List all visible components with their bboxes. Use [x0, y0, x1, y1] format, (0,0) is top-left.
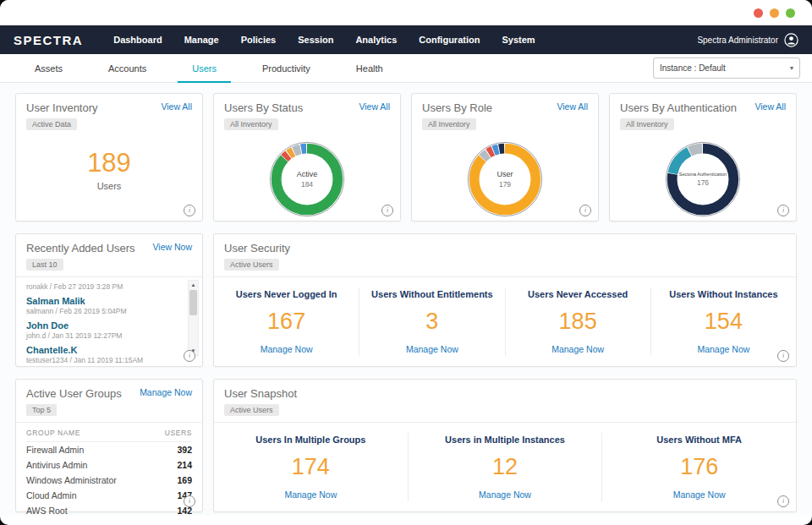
users-by-role-card: Users By Role All Inventory View All Use… [411, 93, 599, 221]
users-by-authentication-card: Users By Authentication All Inventory Vi… [609, 93, 797, 221]
column-group-name: GROUP NAME [26, 429, 80, 437]
stat-value: 185 [511, 309, 645, 335]
instance-dropdown[interactable]: Instance : Default ▾ [653, 57, 800, 79]
tab-productivity[interactable]: Productivity [239, 54, 333, 82]
active-user-groups-card: Active User Groups Top 5 Manage Now GROU… [15, 379, 203, 512]
column-users: USERS [165, 429, 192, 437]
card-badge: All Inventory [620, 118, 674, 130]
window-control-minimize[interactable] [770, 8, 779, 18]
nav-item-manage[interactable]: Manage [184, 35, 219, 45]
stat-label: Users in Multiple Instances [414, 435, 597, 445]
tab-health[interactable]: Health [333, 54, 406, 82]
tab-assets[interactable]: Assets [12, 54, 85, 82]
info-icon[interactable]: i [381, 205, 393, 216]
stat-label: Users Never Accessed [511, 289, 645, 299]
info-icon[interactable]: i [777, 205, 789, 216]
tab-accounts[interactable]: Accounts [85, 54, 169, 82]
info-icon[interactable]: i [184, 205, 195, 216]
scrollbar[interactable]: ▲ ▼ [188, 280, 199, 356]
card-badge: Active Users [224, 404, 279, 416]
info-icon[interactable]: i [184, 495, 195, 507]
table-row: AWS Root 142 [26, 503, 192, 518]
manage-now-link[interactable]: Manage Now [219, 344, 354, 354]
view-now-link[interactable]: View Now [153, 242, 193, 252]
middle-row: Recently Added Users Last 10 View Now ro… [15, 233, 797, 367]
chevron-down-icon: ▾ [790, 64, 793, 72]
user-meta: ronakk / Feb 27 2019 3:28 PM [26, 282, 184, 291]
card-title: Users By Role [422, 101, 492, 114]
view-all-link[interactable]: View All [359, 101, 390, 112]
groups-table: GROUP NAME USERS Firewall Admin 392 Anti… [16, 423, 202, 518]
window-control-close[interactable] [754, 8, 763, 18]
manage-now-link[interactable]: Manage Now [414, 489, 597, 500]
nav-item-policies[interactable]: Policies [241, 35, 277, 45]
user-inventory-card: User Inventory Active Data View All 189 … [15, 93, 203, 221]
stat-label: Users Without MFA [607, 435, 791, 445]
recent-users-list: ronakk / Feb 27 2019 3:28 PM Salman Mali… [16, 277, 202, 368]
info-icon[interactable]: i [184, 350, 195, 362]
donut-chart [265, 137, 349, 221]
manage-now-link[interactable]: Manage Now [365, 344, 499, 354]
scrollbar-thumb[interactable] [189, 290, 197, 315]
card-title: Users By Authentication [620, 101, 737, 114]
view-all-link[interactable]: View All [754, 101, 786, 112]
card-badge: Top 5 [26, 404, 57, 416]
list-item: John Doe john.d / Jan 31 2019 12:27PM [26, 320, 184, 340]
list-item: Salman Malik salmann / Feb 26 2019 5:04P… [26, 296, 184, 315]
stat-value: 3 [365, 309, 499, 335]
user-security-card: User Security Active Users Users Never L… [213, 233, 797, 367]
view-all-link[interactable]: View All [161, 101, 192, 112]
tab-users[interactable]: Users [169, 54, 239, 82]
navbar: SPECTRA Dashboard Manage Policies Sessio… [0, 25, 812, 54]
table-row: Antivirus Admin 214 [26, 457, 192, 473]
avatar-icon[interactable] [784, 33, 798, 47]
user-menu[interactable]: Spectra Administrator [697, 33, 798, 47]
nav-item-dashboard[interactable]: Dashboard [113, 35, 162, 45]
nav-item-configuration[interactable]: Configuration [419, 35, 480, 45]
stat-value: 176 [607, 454, 791, 480]
manage-now-link[interactable]: Manage Now [511, 344, 645, 354]
table-header: GROUP NAME USERS [26, 424, 192, 442]
stat-users-without-instances: Users Without Instances 154 Manage Now [650, 287, 796, 356]
table-row: Windows Administrator 169 [26, 473, 192, 488]
stat-users-without-mfa: Users Without MFA 176 Manage Now [601, 433, 796, 501]
recently-added-users-card: Recently Added Users Last 10 View Now ro… [15, 233, 203, 367]
card-title: User Snapshot [224, 387, 297, 400]
titlebar [0, 0, 812, 25]
nav-item-analytics[interactable]: Analytics [355, 35, 397, 45]
nav-item-session[interactable]: Session [298, 35, 333, 45]
scroll-up-icon[interactable]: ▲ [189, 281, 198, 289]
bottom-row: Active User Groups Top 5 Manage Now GROU… [15, 379, 797, 512]
nav-item-system[interactable]: System [502, 35, 535, 45]
summary-row: User Inventory Active Data View All 189 … [15, 93, 797, 221]
users-by-status-card: Users By Status All Inventory View All A… [213, 93, 401, 221]
user-inventory-unit: Users [16, 181, 202, 191]
card-badge: All Inventory [224, 118, 278, 130]
user-snapshot-card: User Snapshot Active Users Users In Mult… [213, 379, 797, 512]
info-icon[interactable]: i [579, 205, 591, 216]
stat-label: Users Without Entitlements [365, 289, 499, 299]
tabbar: Assets Accounts Users Productivity Healt… [0, 54, 812, 83]
info-icon[interactable]: i [777, 350, 789, 362]
stat-label: Users Without Instances [656, 289, 791, 299]
card-title: User Security [224, 242, 290, 254]
manage-now-link[interactable]: Manage Now [656, 344, 791, 354]
info-icon[interactable]: i [777, 495, 789, 507]
stat-value: 174 [219, 454, 403, 480]
donut-chart [463, 137, 547, 221]
users-by-status-chart: Active 184 [265, 137, 349, 221]
card-badge: Last 10 [26, 259, 63, 271]
app-window: SPECTRA Dashboard Manage Policies Sessio… [0, 0, 812, 525]
manage-now-link[interactable]: Manage Now [140, 387, 192, 397]
manage-now-link[interactable]: Manage Now [607, 489, 791, 500]
view-all-link[interactable]: View All [557, 101, 588, 112]
nav-menu: Dashboard Manage Policies Session Analyt… [113, 35, 535, 45]
brand-logo[interactable]: SPECTRA [14, 33, 83, 47]
window-control-maximize[interactable] [786, 8, 795, 18]
table-row: Firewall Admin 392 [26, 442, 192, 457]
user-meta: john.d / Jan 31 2019 12:27PM [26, 331, 184, 340]
manage-now-link[interactable]: Manage Now [219, 489, 403, 500]
stat-users-never-logged-in: Users Never Logged In 167 Manage Now [214, 287, 359, 356]
card-badge: All Inventory [422, 118, 476, 130]
snapshot-stats: Users In Multiple Groups 174 Manage Now … [214, 433, 796, 501]
